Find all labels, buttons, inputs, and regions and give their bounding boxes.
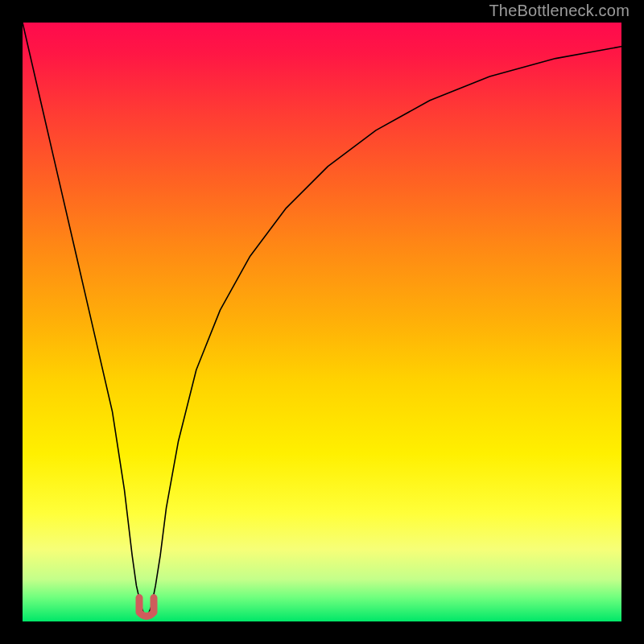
curve-svg (23, 23, 621, 621)
marker-u-shape (139, 598, 154, 617)
bottleneck-curve (23, 23, 621, 616)
chart-frame: TheBottleneck.com (0, 0, 644, 644)
plot-area (23, 23, 621, 621)
watermark-text: TheBottleneck.com (489, 2, 630, 20)
